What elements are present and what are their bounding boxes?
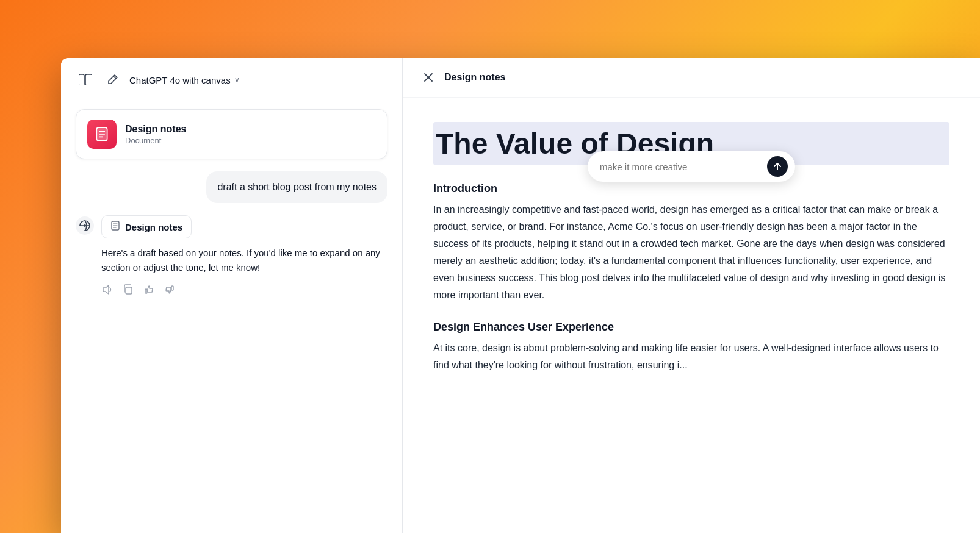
canvas-ref-chip[interactable]: Design notes <box>101 215 192 238</box>
intro-label: Introduction <box>433 182 949 195</box>
right-panel: Design notes The Value of Design Introdu… <box>403 58 980 533</box>
doc-icon <box>87 120 117 149</box>
assistant-response-text: Here's a draft based on your notes. If y… <box>101 246 387 275</box>
svg-marker-13 <box>103 285 109 294</box>
thumbs-up-icon[interactable] <box>143 284 155 299</box>
top-bar: ChatGPT 4o with canvas ∨ <box>76 70 387 90</box>
canvas-title: Design notes <box>444 72 505 83</box>
intro-body-text: In an increasingly competitive and fast-… <box>433 201 949 304</box>
chevron-down-icon: ∨ <box>234 76 240 84</box>
doc-type: Document <box>125 136 186 145</box>
model-name: ChatGPT 4o with canvas <box>129 75 231 85</box>
sidebar-toggle-button[interactable] <box>76 70 95 90</box>
speaker-icon[interactable] <box>101 284 113 299</box>
thumbs-down-icon[interactable] <box>164 284 176 299</box>
close-button[interactable] <box>420 69 437 86</box>
svg-rect-16 <box>171 286 173 290</box>
right-header: Design notes <box>403 58 980 98</box>
main-window: ChatGPT 4o with canvas ∨ Design notes Do… <box>61 58 980 533</box>
svg-rect-15 <box>145 289 147 293</box>
assistant-row: Design notes Here's a draft based on you… <box>76 215 387 299</box>
left-panel: ChatGPT 4o with canvas ∨ Design notes Do… <box>61 58 403 533</box>
send-button[interactable] <box>767 156 788 177</box>
section1-heading: Design Enhances User Experience <box>433 321 949 334</box>
canvas-content: The Value of Design Introduction In an i… <box>403 98 980 533</box>
edit-button[interactable] <box>103 70 122 90</box>
svg-rect-14 <box>126 287 132 294</box>
inline-edit-bar <box>588 151 795 182</box>
assistant-avatar <box>76 216 94 235</box>
chip-doc-icon <box>110 221 120 233</box>
action-icons <box>101 284 387 299</box>
document-card[interactable]: Design notes Document <box>76 109 387 159</box>
canvas-chip-label: Design notes <box>125 222 182 232</box>
doc-info: Design notes Document <box>125 124 186 145</box>
user-message-text: draft a short blog post from my notes <box>217 182 377 192</box>
copy-icon[interactable] <box>122 284 134 299</box>
assistant-content: Design notes Here's a draft based on you… <box>101 215 387 299</box>
section1-body-text: At its core, design is about problem-sol… <box>433 340 949 374</box>
svg-rect-0 <box>79 74 84 85</box>
svg-rect-1 <box>85 74 92 85</box>
model-selector[interactable]: ChatGPT 4o with canvas ∨ <box>129 75 240 85</box>
user-message-bubble: draft a short blog post from my notes <box>206 171 387 203</box>
svg-point-8 <box>84 224 86 227</box>
inline-edit-input[interactable] <box>600 162 761 172</box>
doc-title: Design notes <box>125 124 186 135</box>
